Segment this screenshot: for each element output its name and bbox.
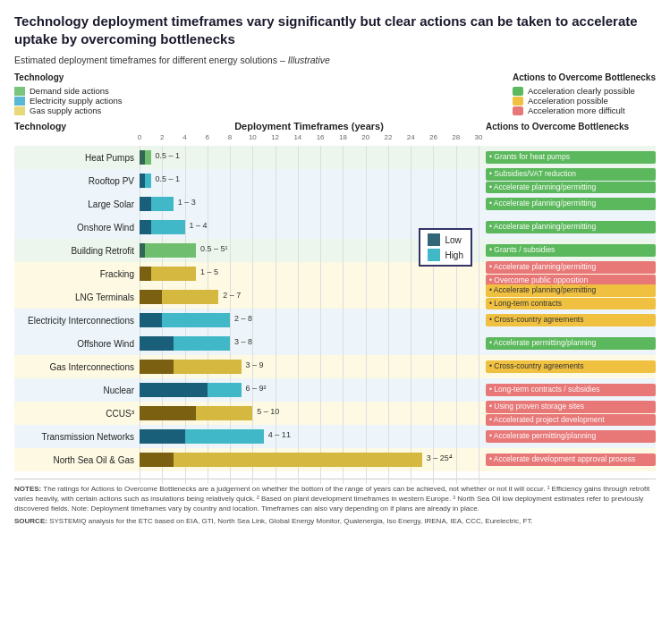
axis-tick: 2 — [160, 133, 164, 141]
tech-name: CCUS³ — [14, 409, 140, 419]
tech-legend-item: Gas supply actions — [14, 106, 122, 115]
bar-high — [151, 197, 174, 211]
bar-track: 5 – 10 — [140, 405, 479, 421]
axis-tick: 28 — [452, 133, 460, 141]
subtitle: Estimated deployment timeframes for diff… — [14, 55, 656, 65]
low-label: Low — [445, 235, 461, 245]
tech-name: Onshore Wind — [14, 223, 140, 233]
axis-tick: 30 — [475, 133, 483, 141]
bar-low — [140, 313, 162, 327]
action-cell: • Grants for heat pumps — [479, 151, 656, 163]
bar-label: 5 – 10 — [254, 407, 279, 416]
action-tag: • Using proven storage sites — [486, 401, 656, 412]
bar-cell: 4 – 11 — [140, 425, 479, 448]
axis-ticks-container: 024681012141618202224262830 — [140, 133, 479, 146]
tech-legend-item: Demand side actions — [14, 86, 122, 96]
tech-name: North Sea Oil & Gas — [14, 455, 140, 465]
table-row: Transmission Networks4 – 11• Accelerate … — [14, 425, 656, 448]
action-tag: • Accelerate permitting/planning — [486, 337, 656, 349]
tech-name: Rooftop PV — [14, 176, 140, 186]
tech-name: Large Solar — [14, 199, 140, 209]
actions-legend: Actions to Overcome Bottlenecks Accelera… — [513, 72, 656, 115]
table-row: Rooftop PV0.5 – 1• Subsidies/VAT reducti… — [14, 169, 656, 192]
axis-tick: 0 — [138, 133, 141, 141]
action-tag: • Grants for heat pumps — [486, 151, 656, 163]
bar-label: 3 – 9 — [243, 360, 264, 369]
chart-wrapper: Technology Deployment Timeframes (years)… — [14, 121, 656, 471]
action-cell: • Cross-country agreements — [479, 314, 656, 326]
tech-name: Transmission Networks — [14, 432, 140, 442]
bar-cell: 1 – 3 — [140, 192, 479, 216]
action-tag: • Accelerated project development — [486, 414, 656, 426]
bar-low — [140, 429, 185, 444]
bar-high — [185, 429, 264, 444]
action-cell: • Cross-country agreements — [479, 360, 656, 372]
table-row: North Sea Oil & Gas3 – 25⁴• Accelerate d… — [14, 448, 656, 471]
action-tag: • Accelerate permitting/planning — [486, 430, 656, 442]
action-legend-item: Acceleration more difficult — [513, 106, 656, 115]
axis-tick: 10 — [249, 133, 257, 141]
action-cell: • Accelerate planning/permitting — [479, 198, 656, 209]
tech-name: Heat Pumps — [14, 153, 140, 163]
bar-label: 2 – 7 — [220, 291, 241, 300]
action-cell: • Accelerate planning/permitting• Long-t… — [479, 284, 656, 309]
bar-track: 4 – 11 — [140, 428, 479, 445]
table-row: Building Retrofit0.5 – 5¹• Grants / subs… — [14, 239, 656, 262]
bar-high — [196, 406, 252, 420]
action-cell: • Using proven storage sites• Accelerate… — [479, 401, 656, 425]
tech-legend-item: Electricity supply actions — [14, 96, 122, 106]
action-tag: • Accelerate planning/permitting — [486, 182, 656, 193]
action-cell: • Accelerate development approval proces… — [479, 453, 656, 465]
axis-tick: 12 — [271, 133, 279, 141]
bar-track: 0.5 – 1 — [140, 149, 479, 165]
action-cell: • Accelerate planning/permitting — [479, 221, 656, 233]
action-tag: • Accelerate planning/permitting — [486, 198, 656, 209]
bar-high — [151, 220, 185, 234]
axis-tick: 14 — [293, 133, 301, 141]
low-high-legend: Low High — [419, 228, 472, 267]
action-cell: • Grants / subsidies — [479, 244, 656, 256]
tech-name: Gas Interconnections — [14, 362, 140, 372]
table-row: CCUS³5 – 10• Using proven storage sites•… — [14, 402, 656, 425]
bar-cell: 2 – 7 — [140, 285, 479, 309]
bar-low — [140, 360, 174, 374]
bar-low — [140, 197, 151, 211]
bar-track: 3 – 9 — [140, 359, 479, 375]
col-header-actions: Actions to Overcome Bottlenecks — [479, 122, 656, 131]
table-row: Offshore Wind3 – 8• Accelerate permittin… — [14, 332, 656, 355]
legend-swatch — [14, 87, 25, 96]
axis-tick: 4 — [182, 133, 186, 141]
bar-track: 1 – 5 — [140, 266, 479, 282]
tech-name: LNG Terminals — [14, 292, 140, 302]
bar-low — [140, 267, 151, 281]
bar-high — [162, 313, 230, 327]
tech-legend: Technology Demand side actionsElectricit… — [14, 72, 122, 115]
action-tag: • Accelerate planning/permitting — [486, 221, 656, 233]
bar-cell: 0.5 – 1 — [140, 169, 479, 192]
table-row: Gas Interconnections3 – 9• Cross-country… — [14, 355, 656, 378]
bar-label: 6 – 9² — [243, 384, 267, 393]
bar-high — [174, 336, 230, 351]
bar-low — [140, 453, 174, 467]
bar-high — [145, 243, 196, 258]
axis-tick: 22 — [384, 133, 392, 141]
bar-label: 3 – 8 — [232, 337, 252, 346]
axis-tick: 16 — [317, 133, 325, 141]
tech-name: Fracking — [14, 269, 140, 279]
bar-cell: 6 – 9² — [140, 378, 479, 402]
bar-cell: 2 – 8 — [140, 309, 479, 332]
bar-high — [174, 453, 422, 467]
bar-label: 0.5 – 5¹ — [198, 244, 228, 253]
bar-label: 2 – 8 — [232, 314, 252, 323]
table-row: Heat Pumps0.5 – 1• Grants for heat pumps — [14, 146, 656, 169]
table-row: Electricity Interconnections2 – 8• Cross… — [14, 309, 656, 332]
bar-cell: 3 – 9 — [140, 355, 479, 378]
action-tag: • Subsidies/VAT reduction — [486, 168, 656, 180]
action-cell: • Accelerate permitting/planning — [479, 430, 656, 442]
data-rows: Heat Pumps0.5 – 1• Grants for heat pumps… — [14, 146, 656, 471]
bar-label: 0.5 – 1 — [153, 174, 181, 183]
bar-cell: 3 – 8 — [140, 332, 479, 355]
axis-tick: 8 — [228, 133, 232, 141]
notes: NOTES: The ratings for Actions to Overco… — [14, 479, 656, 514]
page-title: Technology deployment timeframes vary si… — [14, 13, 656, 47]
